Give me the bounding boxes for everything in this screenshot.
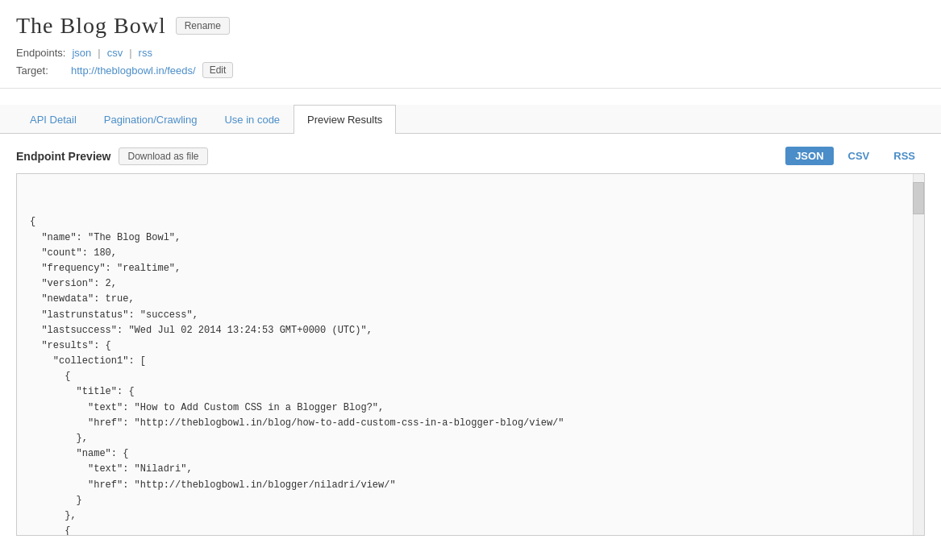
target-url-link[interactable]: http://theblogbowl.in/feeds/ bbox=[71, 64, 196, 77]
endpoint-bar: Endpoint Preview Download as file JSON C… bbox=[16, 147, 925, 165]
download-button[interactable]: Download as file bbox=[119, 147, 207, 165]
tab-api-detail[interactable]: API Detail bbox=[16, 105, 90, 134]
endpoint-json-link[interactable]: json bbox=[72, 47, 91, 59]
separator-1: | bbox=[98, 47, 100, 59]
header: The Blog Bowl Rename Endpoints: json | c… bbox=[0, 0, 941, 89]
endpoints-row: Endpoints: json | csv | rss bbox=[16, 47, 925, 59]
tab-pagination[interactable]: Pagination/Crawling bbox=[90, 105, 211, 134]
target-label: Target: bbox=[16, 64, 65, 77]
target-row: Target: http://theblogbowl.in/feeds/ Edi… bbox=[16, 62, 925, 78]
edit-button[interactable]: Edit bbox=[202, 62, 234, 78]
json-preview-panel[interactable]: { "name": "The Blog Bowl", "count": 180,… bbox=[16, 173, 925, 536]
endpoint-preview-label: Endpoint Preview bbox=[16, 150, 110, 163]
separator-2: | bbox=[129, 47, 131, 59]
content-area: Endpoint Preview Download as file JSON C… bbox=[0, 134, 941, 549]
title-row: The Blog Bowl Rename bbox=[16, 13, 925, 39]
json-content: { "name": "The Blog Bowl", "count": 180,… bbox=[30, 214, 911, 536]
endpoint-rss-link[interactable]: rss bbox=[139, 47, 152, 59]
app-title: The Blog Bowl bbox=[16, 13, 166, 39]
endpoint-csv-link[interactable]: csv bbox=[107, 47, 123, 59]
format-buttons: JSON CSV RSS bbox=[785, 147, 925, 165]
scrollbar-thumb[interactable] bbox=[913, 182, 924, 214]
tab-use-in-code[interactable]: Use in code bbox=[210, 105, 294, 134]
endpoints-label: Endpoints: bbox=[16, 47, 65, 59]
format-csv-button[interactable]: CSV bbox=[839, 147, 880, 165]
format-json-button[interactable]: JSON bbox=[785, 147, 833, 165]
endpoint-left: Endpoint Preview Download as file bbox=[16, 147, 208, 165]
scrollbar[interactable] bbox=[913, 174, 924, 535]
tab-bar: API Detail Pagination/Crawling Use in co… bbox=[0, 105, 941, 134]
tab-preview-results[interactable]: Preview Results bbox=[294, 105, 396, 134]
rename-button[interactable]: Rename bbox=[176, 17, 230, 35]
format-rss-button[interactable]: RSS bbox=[884, 147, 925, 165]
